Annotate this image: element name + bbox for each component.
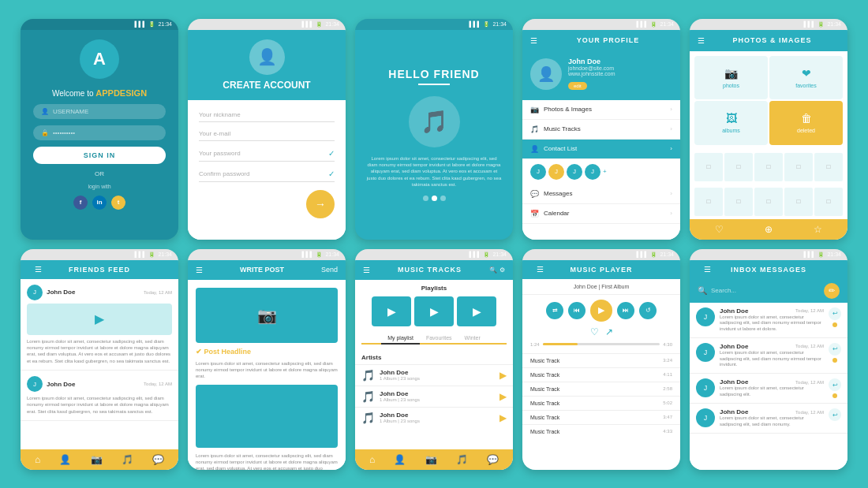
settings-ctrl-icon[interactable]: ⚙ (499, 266, 505, 274)
reply-button-2[interactable]: ↩ (829, 343, 841, 356)
playlist-card-3[interactable]: ▶ (457, 296, 496, 326)
progress-bar[interactable] (543, 343, 660, 345)
hamburger-icon[interactable]: ☰ (35, 265, 42, 274)
next-button[interactable]: ⏭ (617, 302, 634, 319)
tab-favourites[interactable]: Favourites (420, 333, 458, 343)
nav-icon-3[interactable]: ☆ (814, 224, 822, 235)
hamburger-icon[interactable]: ☰ (363, 266, 370, 274)
track-item-2[interactable]: Music Track 4:11 (522, 367, 680, 382)
share-icon[interactable]: ↗ (605, 326, 613, 337)
photos-card[interactable]: 📷 photos (694, 56, 768, 100)
playlist-card-1[interactable]: ▶ (372, 296, 411, 326)
nav-music-icon[interactable]: 🎵 (122, 454, 133, 465)
tab-winter[interactable]: Winter (458, 333, 487, 343)
small-photo-10[interactable]: □ (814, 188, 843, 216)
search-ctrl-icon[interactable]: 🔍 (489, 266, 497, 274)
menu-item-music[interactable]: 🎵 Music Tracks › (522, 120, 680, 140)
prev-button[interactable]: ⏮ (568, 302, 586, 319)
dot-3[interactable] (440, 196, 446, 201)
favorites-card[interactable]: ❤ favorites (769, 56, 843, 100)
nav-user-icon[interactable]: 👤 (394, 454, 406, 465)
app-grid: ▌▌▌ 🔋 21:34 A Welcome to APPDESIGN 👤 🔒 S… (5, 3, 863, 486)
send-button[interactable]: Send (321, 266, 338, 274)
track-item-5[interactable]: Music Track 3:47 (522, 410, 680, 424)
password-field[interactable]: Your password ✓ (199, 146, 335, 162)
email-field[interactable]: Your e-mail (199, 127, 335, 141)
inbox-actions-3: ↩ (829, 378, 841, 398)
menu-item-messages[interactable]: 💬 Messages › (522, 184, 680, 204)
tab-my-playlist[interactable]: My playlist (381, 333, 420, 345)
play-pause-button[interactable]: ▶ (590, 300, 612, 322)
nav-camera-icon[interactable]: 📷 (425, 454, 437, 465)
track-item-1[interactable]: Music Track 3:24 (522, 353, 680, 367)
menu-label-photos: Photos & Images (544, 106, 592, 113)
nav-msg-icon[interactable]: 💬 (152, 454, 164, 465)
search-input[interactable] (711, 287, 820, 294)
menu-item-calendar[interactable]: 📅 Calendar › (522, 204, 680, 224)
track-item-4[interactable]: Music Track 5:02 (522, 396, 680, 410)
submit-button[interactable]: → (306, 190, 335, 218)
password-input[interactable] (53, 129, 158, 136)
repeat-button[interactable]: ↺ (639, 302, 657, 319)
password-field[interactable]: 🔒 (33, 125, 166, 140)
small-photo-1[interactable]: □ (694, 153, 723, 181)
small-photo-2[interactable]: □ (724, 153, 753, 181)
nav-music-icon[interactable]: 🎵 (456, 454, 468, 465)
menu-item-photos[interactable]: 📷 Photos & Images › (522, 100, 680, 120)
phone-create-account: ▌▌▌ 🔋 21:34 👤 CREATE ACCOUNT Your nickna… (188, 19, 346, 240)
menu-item-contacts[interactable]: 👤 Contact List › (522, 140, 680, 159)
inbox-header: ☰ Inbox Messages (690, 260, 847, 279)
dot-1[interactable] (423, 196, 428, 201)
hamburger-icon[interactable]: ☰ (196, 266, 203, 274)
confirm-field[interactable]: Confirm password ✓ (199, 166, 335, 182)
nav-user-icon[interactable]: 👤 (59, 454, 71, 465)
play-icon-1[interactable]: ▶ (499, 370, 507, 381)
small-photo-7[interactable]: □ (724, 188, 753, 216)
username-input[interactable] (53, 108, 158, 115)
track-item-3[interactable]: Music Track 2:58 (522, 382, 680, 396)
dot-2[interactable] (432, 196, 437, 201)
username-field[interactable]: 👤 (33, 104, 166, 119)
albums-card[interactable]: 🖼 albums (694, 101, 768, 145)
small-photo-4[interactable]: □ (784, 153, 813, 181)
small-photo-5[interactable]: □ (814, 153, 843, 181)
facebook-icon[interactable]: f (73, 196, 88, 210)
albums-label: albums (722, 128, 740, 133)
reply-button-3[interactable]: ↩ (829, 378, 841, 391)
edit-button[interactable]: edit (568, 82, 587, 90)
nav-icon-1[interactable]: ♡ (715, 224, 724, 235)
unread-dot-1 (832, 322, 837, 327)
inbox-search[interactable]: 🔍 ✏ (690, 279, 847, 303)
nav-home-icon[interactable]: ⌂ (35, 454, 40, 465)
small-photo-6[interactable]: □ (694, 188, 723, 216)
nav-home-icon[interactable]: ⌂ (369, 454, 375, 465)
add-friend-icon[interactable]: + (603, 168, 607, 175)
play-icon-3[interactable]: ▶ (499, 412, 507, 423)
like-icon[interactable]: ♡ (590, 326, 599, 337)
playlist-card-2[interactable]: ▶ (414, 296, 454, 326)
hamburger-icon[interactable]: ☰ (704, 265, 711, 274)
twitter-icon[interactable]: t (111, 196, 125, 210)
nav-msg-icon[interactable]: 💬 (487, 454, 499, 465)
small-photo-8[interactable]: □ (754, 188, 783, 216)
nav-camera-icon[interactable]: 📷 (91, 454, 103, 465)
compose-button[interactable]: ✏ (824, 283, 840, 299)
post-headline[interactable]: ✔ Post Headline (196, 348, 338, 356)
hamburger-icon[interactable]: ☰ (698, 36, 705, 45)
track-item-6[interactable]: Music Track 4:33 (522, 424, 680, 438)
sign-in-button[interactable]: SIGN IN (33, 147, 166, 164)
shuffle-button[interactable]: ⇄ (546, 302, 563, 319)
nav-icon-2[interactable]: ⊕ (765, 224, 773, 235)
hamburger-icon[interactable]: ☰ (530, 36, 537, 45)
reply-button-1[interactable]: ↩ (829, 307, 841, 320)
post-image-upload[interactable]: 📷 (196, 288, 338, 343)
reply-button-4[interactable]: ↩ (829, 408, 841, 421)
small-photo-3[interactable]: □ (754, 153, 783, 181)
linkedin-icon[interactable]: in (92, 196, 107, 210)
hamburger-icon[interactable]: ☰ (537, 265, 544, 274)
small-photo-9[interactable]: □ (784, 188, 813, 216)
play-icon-2[interactable]: ▶ (499, 391, 507, 402)
inbox-time-1: Today, 12 AM (795, 308, 824, 313)
deleted-card[interactable]: 🗑 deleted (769, 101, 843, 145)
nickname-field[interactable]: Your nickname (199, 108, 335, 122)
